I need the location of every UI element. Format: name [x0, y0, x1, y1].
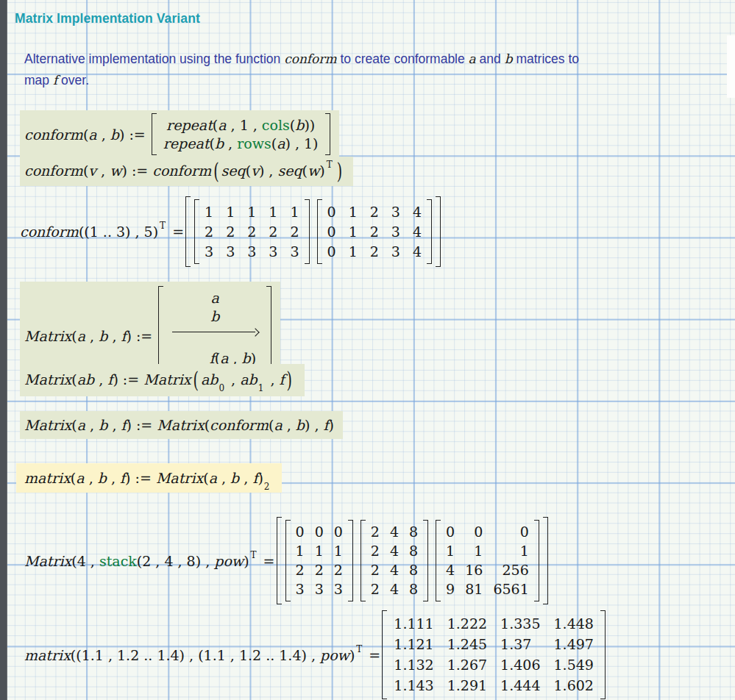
- matrix-cell: 8: [409, 542, 418, 560]
- math-token: b: [110, 126, 119, 143]
- matrix-grid: 248248248248: [366, 520, 423, 601]
- math-token: ) :=: [113, 371, 143, 388]
- math-token: (2 , 4 , 8) ,: [137, 553, 214, 569]
- math-token: stack: [99, 553, 137, 569]
- left-bracket: [382, 610, 387, 699]
- matrix-cell: 2: [247, 222, 256, 241]
- matrix-cell: 1.335: [500, 614, 540, 634]
- left-bracket: [152, 113, 157, 155]
- math-region-Matrix-ab-definition[interactable]: Matrix(ab , f) := Matrix(ab0 , ab1 , f): [20, 364, 305, 396]
- nested-matrices: 000111222333 248248248248 00011141625698…: [282, 517, 543, 604]
- matrix-2: 248248248248: [361, 520, 428, 601]
- math-token: T: [327, 160, 333, 170]
- math-token: ab: [240, 371, 258, 388]
- math-token: repeat: [166, 117, 213, 133]
- math-token: v: [88, 162, 96, 179]
- math-token: b: [230, 470, 239, 486]
- math-token: a: [218, 117, 226, 133]
- math-token: cols: [262, 117, 290, 133]
- matrix-grid: 012340123401234: [322, 199, 427, 264]
- math-token: seq: [277, 162, 302, 179]
- math-token: =: [168, 224, 184, 240]
- math-token: T: [251, 550, 257, 560]
- math-token: Matrix: [24, 328, 71, 344]
- math-token: a: [209, 470, 217, 486]
- math-token: ,: [97, 126, 110, 143]
- math-token: b: [210, 308, 219, 324]
- math-token: =: [364, 647, 380, 663]
- right-bracket: [436, 196, 441, 267]
- matrix-cell: 4: [390, 580, 399, 599]
- math-token: Matrix: [24, 553, 71, 569]
- math-token: v: [251, 162, 259, 179]
- math-token: and: [476, 51, 505, 66]
- matrix-cell: 2: [371, 561, 380, 579]
- matrix-cell: 3: [315, 580, 324, 599]
- outer-brackets: 000111222333 248248248248 00011141625698…: [277, 517, 548, 604]
- matrix-cell: 3: [296, 580, 305, 599]
- stack-brackets: repeat(a , 1 , cols(b)) repeat(b , rows(…: [152, 113, 330, 155]
- outer-brackets: 111112222233333 012340123401234: [185, 196, 441, 267]
- matrix-grid: 000111222333: [291, 520, 348, 601]
- matrix-cell: 0: [327, 202, 336, 221]
- math-region-matrix-evaluation[interactable]: matrix((1.1 , 1.2 .. 1.4) , (1.1 , 1.2 .…: [24, 610, 607, 699]
- matrix-cell: 1: [315, 542, 324, 560]
- math-token: ,: [85, 470, 98, 486]
- formula-lhs: Matrix(4 , stack(2 , 4 , 8) , pow)T =: [24, 553, 275, 569]
- math-region-Matrix-conform-definition[interactable]: Matrix(a , b , f) := Matrix(conform(a , …: [20, 411, 343, 439]
- matrix-cell: 1.111: [394, 614, 433, 634]
- matrix-cell: 1: [349, 222, 358, 241]
- math-token: a: [469, 51, 476, 66]
- matrix-cell: 1: [247, 202, 256, 221]
- left-bracket: [361, 520, 366, 601]
- matrix-cell: 3: [391, 242, 400, 261]
- math-token: ,: [96, 162, 110, 179]
- matrix-1: 000111222333: [285, 520, 353, 601]
- math-token: to create conformable: [337, 51, 469, 66]
- math-token: ab: [77, 371, 95, 388]
- math-region-conform-definition[interactable]: conform(a , b) := repeat(a , 1 , cols(b)…: [20, 110, 339, 158]
- math-region-conform-vw-definition[interactable]: conform(v , w) := conform(seq(v) , seq(w…: [20, 157, 353, 186]
- math-token: Matrix: [156, 470, 203, 486]
- math-token: Matrix: [24, 417, 71, 433]
- matrix-cell: 1: [474, 542, 483, 560]
- math-token: ,: [283, 417, 296, 433]
- right-bracket: [325, 113, 330, 155]
- math-region-Matrix-evaluation[interactable]: Matrix(4 , stack(2 , 4 , 8) , pow)T = 00…: [24, 517, 550, 604]
- left-bracket: [194, 199, 199, 264]
- matrix-grid: 0001114162569816561: [441, 520, 534, 601]
- matrix-cell: 4: [390, 561, 399, 579]
- math-token: ): [319, 162, 324, 179]
- intro-line-2: map f over.: [24, 70, 579, 91]
- matrix-cell: 8: [409, 580, 418, 599]
- matrix-cell: 8: [409, 523, 418, 541]
- math-token: (: [302, 162, 308, 179]
- math-token: )): [304, 117, 315, 133]
- math-token: a: [277, 135, 285, 151]
- matrix-cell: 1: [296, 542, 305, 560]
- intro-text-region[interactable]: Alternative implementation using the fun…: [24, 49, 579, 91]
- matrix-cell: 1.37: [500, 635, 531, 654]
- math-token: ,: [227, 371, 240, 388]
- math-token: seq: [221, 162, 246, 179]
- right-bracket: [348, 520, 353, 601]
- matrix-cell: 1.245: [447, 635, 487, 654]
- matrix-cell: 3: [269, 242, 277, 261]
- math-token: conform: [24, 162, 83, 179]
- matrix-cell: 1: [446, 542, 455, 560]
- page-title[interactable]: Matrix Implementation Variant: [15, 11, 200, 26]
- math-token: rows: [237, 135, 271, 151]
- matrix-cell: 1.267: [447, 655, 487, 675]
- matrix-cell: 0: [446, 523, 455, 541]
- math-region-conform-evaluation[interactable]: conform((1 .. 3) , 5)T = 111112222233333…: [20, 196, 442, 267]
- math-token: ab: [201, 371, 219, 388]
- math-token: (: [71, 371, 77, 388]
- math-token: ): [337, 157, 342, 183]
- math-token: ): [244, 553, 249, 569]
- math-region-matrix-lowercase-definition[interactable]: matrix(a , b , f) := Matrix(a , b , f)2: [16, 463, 282, 493]
- math-token: (: [213, 157, 219, 183]
- formula-lhs: conform(a , b) :=: [24, 126, 150, 143]
- intro-line-1: Alternative implementation using the fun…: [24, 49, 579, 70]
- matrix-cell: 0: [327, 222, 336, 241]
- left-bracket: [436, 520, 441, 601]
